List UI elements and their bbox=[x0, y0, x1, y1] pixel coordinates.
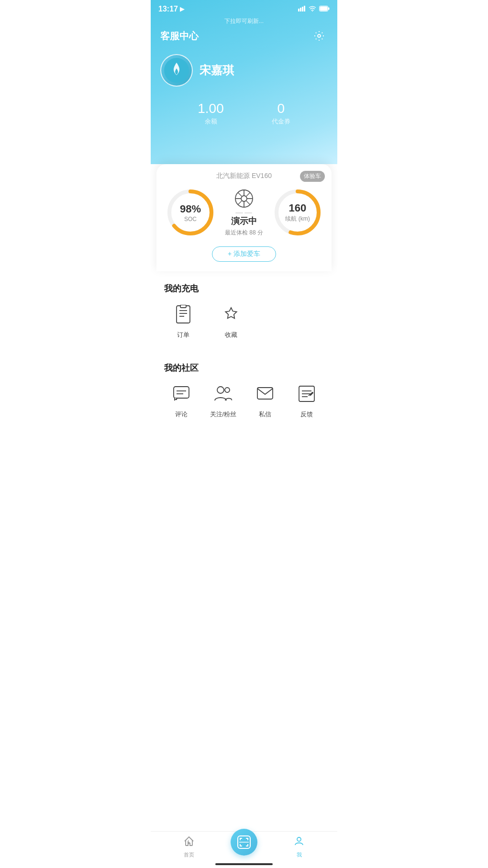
user-profile: 宋嘉琪 bbox=[151, 50, 337, 96]
location-icon: ▶ bbox=[180, 6, 184, 12]
svg-point-13 bbox=[241, 196, 247, 201]
favorite-icon bbox=[219, 302, 244, 327]
svg-rect-1 bbox=[300, 8, 301, 11]
order-icon bbox=[171, 302, 196, 327]
comment-icon bbox=[169, 381, 194, 406]
svg-rect-24 bbox=[177, 306, 190, 323]
charging-grid: 订单 收藏 bbox=[160, 302, 328, 351]
car-stats-row: 98% SOC bbox=[164, 186, 324, 239]
car-inspection: 最近体检 88 分 bbox=[225, 229, 263, 237]
message-item[interactable]: 私信 bbox=[248, 381, 282, 419]
top-nav: 客服中心 bbox=[151, 25, 337, 50]
range-value: 160 bbox=[285, 202, 310, 214]
content-area: 我的充电 订单 收藏 我的社区 bbox=[156, 271, 332, 474]
balance-label: 余额 bbox=[198, 117, 224, 126]
settings-button[interactable] bbox=[311, 27, 328, 45]
status-bar: 13:17 ▶ bbox=[151, 0, 337, 15]
message-label: 私信 bbox=[259, 410, 271, 419]
favorite-label: 收藏 bbox=[225, 331, 237, 339]
soc-label: SOC bbox=[180, 216, 201, 223]
experience-badge: 体验车 bbox=[300, 171, 325, 182]
car-status: 演示中 bbox=[231, 215, 257, 227]
svg-rect-3 bbox=[304, 6, 305, 11]
wifi-icon bbox=[309, 6, 316, 13]
svg-line-39 bbox=[309, 395, 310, 396]
car-wheel-icon bbox=[234, 189, 254, 212]
feedback-item[interactable]: 反馈 bbox=[289, 381, 324, 419]
balance-stat[interactable]: 1.00 余额 bbox=[198, 101, 224, 126]
community-section-title: 我的社区 bbox=[160, 351, 328, 381]
status-icons bbox=[298, 6, 330, 13]
add-car-button[interactable]: + 添加爱车 bbox=[212, 246, 276, 262]
svg-point-32 bbox=[217, 387, 224, 393]
svg-line-21 bbox=[238, 201, 242, 205]
svg-point-8 bbox=[318, 34, 321, 37]
svg-rect-0 bbox=[298, 9, 299, 11]
voucher-stat[interactable]: 0 代金券 bbox=[272, 101, 290, 126]
svg-rect-6 bbox=[328, 7, 330, 10]
range-label: 续航 (km) bbox=[285, 215, 310, 223]
soc-ring: 98% SOC bbox=[164, 186, 217, 239]
svg-rect-29 bbox=[174, 387, 189, 398]
time-display: 13:17 bbox=[158, 5, 178, 13]
svg-rect-2 bbox=[302, 7, 303, 11]
svg-line-18 bbox=[238, 192, 242, 196]
follow-icon bbox=[211, 381, 235, 406]
voucher-label: 代金券 bbox=[272, 117, 290, 126]
favorite-item[interactable]: 收藏 bbox=[212, 302, 250, 339]
order-item[interactable]: 订单 bbox=[164, 302, 202, 339]
status-time: 13:17 ▶ bbox=[158, 5, 184, 13]
soc-value: 98% bbox=[180, 203, 201, 215]
svg-point-4 bbox=[312, 11, 313, 11]
svg-line-19 bbox=[246, 201, 250, 205]
order-label: 订单 bbox=[177, 331, 189, 339]
svg-line-20 bbox=[246, 192, 250, 196]
voucher-value: 0 bbox=[272, 101, 290, 116]
follow-item[interactable]: 关注/粉丝 bbox=[206, 381, 240, 419]
pull-refresh-hint: 下拉即可刷新... bbox=[151, 15, 337, 25]
range-ring: 160 续航 (km) bbox=[271, 186, 324, 239]
signal-icon bbox=[298, 6, 306, 13]
comment-label: 评论 bbox=[175, 410, 188, 419]
soc-ring-container: 98% SOC bbox=[164, 186, 217, 239]
car-card-wrapper: 北汽新能源 EV160 体验车 98% SOC bbox=[156, 164, 332, 271]
message-icon bbox=[253, 381, 277, 406]
svg-point-33 bbox=[225, 388, 230, 392]
battery-icon bbox=[319, 6, 330, 13]
user-name: 宋嘉琪 bbox=[200, 63, 234, 78]
svg-rect-28 bbox=[180, 305, 186, 308]
feedback-label: 反馈 bbox=[300, 410, 313, 419]
stats-row: 1.00 余额 0 代金券 bbox=[151, 96, 337, 135]
feedback-icon bbox=[294, 381, 319, 406]
car-center-info: 演示中 最近体检 88 分 bbox=[225, 189, 263, 237]
range-ring-container: 160 续航 (km) bbox=[271, 186, 324, 239]
avatar[interactable] bbox=[160, 54, 193, 87]
nav-title: 客服中心 bbox=[160, 30, 199, 43]
svg-rect-7 bbox=[320, 6, 328, 11]
community-grid: 评论 关注/粉丝 私信 bbox=[160, 381, 328, 426]
svg-rect-34 bbox=[257, 388, 273, 399]
charging-section-title: 我的充电 bbox=[160, 271, 328, 302]
balance-value: 1.00 bbox=[198, 101, 224, 116]
car-card: 北汽新能源 EV160 体验车 98% SOC bbox=[156, 164, 332, 271]
comment-item[interactable]: 评论 bbox=[164, 381, 199, 419]
follow-label: 关注/粉丝 bbox=[210, 410, 237, 419]
